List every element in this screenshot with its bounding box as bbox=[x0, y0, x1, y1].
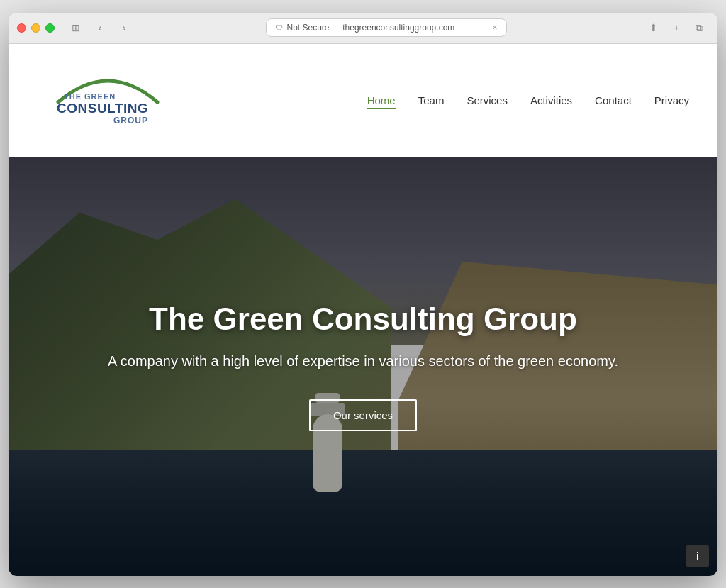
site-nav: Home Team Services Activities Contact Pr… bbox=[367, 94, 689, 106]
logo[interactable]: THE GREEN CONSULTING GROUP bbox=[37, 67, 179, 133]
nav-item-services[interactable]: Services bbox=[467, 94, 508, 106]
maximize-button[interactable] bbox=[45, 23, 55, 33]
svg-text:GROUP: GROUP bbox=[113, 116, 148, 126]
logo-area: THE GREEN CONSULTING GROUP bbox=[37, 67, 179, 133]
nav-item-team[interactable]: Team bbox=[418, 94, 445, 106]
nav-item-contact[interactable]: Contact bbox=[595, 94, 632, 106]
svg-text:CONSULTING: CONSULTING bbox=[57, 101, 148, 116]
svg-text:THE GREEN: THE GREEN bbox=[64, 92, 116, 101]
sidebar-toggle-button[interactable]: ⊞ bbox=[66, 18, 86, 38]
browser-window: ⊞ ‹ › 🛡 Not Secure — thegreenconsultingg… bbox=[9, 13, 717, 576]
tab-close-icon[interactable]: × bbox=[492, 23, 497, 33]
hero-title: The Green Consulting Group bbox=[108, 301, 618, 337]
security-icon: 🛡 bbox=[275, 23, 283, 32]
close-button[interactable] bbox=[17, 23, 26, 33]
address-bar-container: 🛡 Not Secure — thegreenconsultinggroup.c… bbox=[140, 18, 632, 37]
hero-subtitle: A company with a high level of expertise… bbox=[108, 351, 618, 371]
nav-item-home[interactable]: Home bbox=[367, 94, 396, 106]
tab-overview-button[interactable]: ⧉ bbox=[689, 18, 709, 38]
back-button[interactable]: ‹ bbox=[90, 18, 110, 38]
traffic-lights bbox=[17, 23, 55, 33]
nav-item-privacy[interactable]: Privacy bbox=[654, 94, 689, 106]
address-bar[interactable]: 🛡 Not Secure — thegreenconsultinggroup.c… bbox=[266, 18, 507, 37]
url-text: Not Secure — thegreenconsultinggroup.com bbox=[287, 23, 455, 33]
hero-content: The Green Consulting Group A company wit… bbox=[79, 301, 647, 431]
browser-titlebar: ⊞ ‹ › 🛡 Not Secure — thegreenconsultingg… bbox=[9, 13, 717, 44]
info-badge[interactable]: i bbox=[686, 545, 709, 567]
nav-item-activities[interactable]: Activities bbox=[530, 94, 572, 106]
share-button[interactable]: ⬆ bbox=[644, 18, 664, 38]
hero-section: The Green Consulting Group A company wit… bbox=[9, 157, 717, 576]
our-services-button[interactable]: Our services bbox=[309, 399, 417, 431]
browser-controls: ⊞ ‹ › bbox=[66, 18, 134, 38]
browser-actions: ⬆ + ⧉ bbox=[644, 18, 709, 38]
new-tab-button[interactable]: + bbox=[666, 18, 686, 38]
forward-button[interactable]: › bbox=[114, 18, 134, 38]
website-content: THE GREEN CONSULTING GROUP Home Team Ser… bbox=[9, 44, 717, 576]
minimize-button[interactable] bbox=[31, 23, 40, 33]
site-header: THE GREEN CONSULTING GROUP Home Team Ser… bbox=[9, 44, 717, 157]
